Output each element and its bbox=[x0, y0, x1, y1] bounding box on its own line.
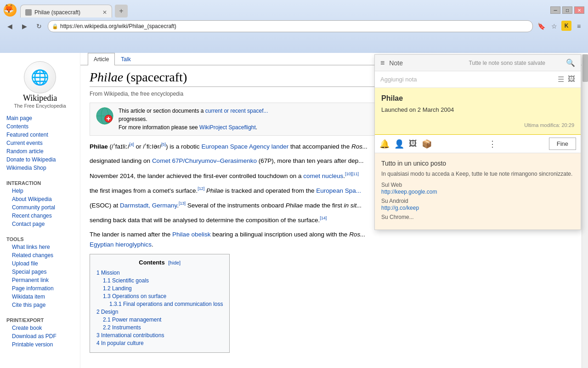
keep-extension-button[interactable]: K bbox=[561, 21, 571, 31]
address-bar[interactable]: 🔒 https://en.wikipedia.org/wiki/Philae_(… bbox=[48, 20, 533, 32]
notice-more-link[interactable]: WikiProject Spaceflight bbox=[199, 124, 256, 131]
sidebar-item-featured[interactable]: Featured content bbox=[6, 131, 74, 139]
keep-menu-icon[interactable]: ≡ bbox=[380, 59, 384, 67]
forward-button[interactable]: ▶ bbox=[18, 20, 30, 32]
sidebar-item-random[interactable]: Random article bbox=[6, 147, 74, 155]
sidebar-print: Print/export Create book Download as PDF… bbox=[0, 312, 80, 351]
keep-android-link[interactable]: http://g.co/keep bbox=[381, 205, 419, 211]
sidebar-item-help[interactable]: Help bbox=[6, 187, 74, 195]
sidebar-item-contact[interactable]: Contact page bbox=[6, 220, 74, 228]
keep-note-actions: 🔔 👤 🖼 📦 ⋮ Fine bbox=[375, 134, 581, 153]
sidebar-item-donate[interactable]: Donate to Wikipedia bbox=[6, 155, 74, 164]
toc-item-1-1: 1.1 Scientific goals bbox=[96, 277, 223, 284]
back-button[interactable]: ◀ bbox=[4, 20, 16, 32]
keep-add-placeholder[interactable]: Aggiungi nota bbox=[380, 76, 558, 83]
keep-note: Philae Launched on 2 March 2004 Ultima m… bbox=[375, 88, 581, 134]
print-heading: Print/export bbox=[6, 317, 74, 323]
sidebar-item-recent-changes[interactable]: Recent changes bbox=[6, 212, 74, 220]
wiki-tagline: The Free Encyclopedia bbox=[0, 103, 80, 109]
article-title-italic: Philae bbox=[90, 70, 123, 84]
tab-talk[interactable]: Talk bbox=[115, 53, 136, 65]
sidebar-item-download-pdf[interactable]: Download as PDF bbox=[6, 332, 74, 340]
keep-android-label: Su Android bbox=[381, 198, 574, 204]
sidebar-tools: Tools What links here Related changes Up… bbox=[0, 231, 80, 312]
sidebar-item-permanent[interactable]: Permanent link bbox=[6, 276, 74, 284]
minimize-button[interactable]: ─ bbox=[550, 6, 560, 14]
link-darmstadt[interactable]: Darmstadt, Germany bbox=[120, 201, 177, 208]
extension-icon[interactable]: 🔖 bbox=[536, 21, 547, 32]
philae-bold: Philae bbox=[90, 143, 108, 150]
toc-item-1: 1 Mission bbox=[96, 270, 223, 276]
link-esoc-text[interactable]: European Spa... bbox=[316, 187, 361, 194]
maximize-button[interactable]: □ bbox=[562, 6, 572, 14]
sidebar-item-what-links[interactable]: What links here bbox=[6, 243, 74, 251]
toc-link-1-2[interactable]: 1.2 Landing bbox=[103, 285, 132, 292]
sidebar-item-current-events[interactable]: Current events bbox=[6, 139, 74, 147]
keep-web-link[interactable]: http://keep.google.com bbox=[381, 189, 437, 195]
sidebar-item-create-book[interactable]: Create book bbox=[6, 324, 74, 332]
link-nucleus[interactable]: comet nucleus bbox=[303, 172, 343, 179]
keep-note-title: Philae bbox=[381, 94, 574, 103]
close-button[interactable]: ✕ bbox=[574, 6, 584, 14]
toc-link-1[interactable]: 1 Mission bbox=[96, 270, 120, 276]
in-situ-italic: in sit... bbox=[344, 201, 362, 208]
keep-fine-button[interactable]: Fine bbox=[549, 138, 576, 150]
keep-list-icon[interactable]: ☰ bbox=[558, 75, 564, 84]
refresh-button[interactable]: ↻ bbox=[33, 20, 45, 32]
keep-more-icon[interactable]: ⋮ bbox=[488, 139, 497, 149]
link-hieroglyphics[interactable]: Egyptian hieroglyphics bbox=[90, 241, 152, 248]
link-lander[interactable]: lander bbox=[271, 143, 289, 150]
rosetta-italic: Ros... bbox=[351, 143, 368, 150]
menu-button[interactable]: ≡ bbox=[573, 21, 584, 32]
sidebar-item-page-info[interactable]: Page information bbox=[6, 284, 74, 293]
sidebar-item-main-page[interactable]: Main page bbox=[6, 114, 74, 122]
sidebar-item-related-changes[interactable]: Related changes bbox=[6, 251, 74, 259]
sidebar-item-upload[interactable]: Upload file bbox=[6, 259, 74, 268]
toc-link-2-2[interactable]: 2.2 Instruments bbox=[103, 324, 141, 331]
sidebar-item-contents[interactable]: Contents bbox=[6, 122, 74, 131]
philae-italic2: Philae bbox=[286, 201, 303, 208]
keep-image-icon[interactable]: 🖼 bbox=[568, 75, 575, 84]
toc-link-3[interactable]: 3 International contributions bbox=[96, 332, 164, 339]
sidebar-item-about[interactable]: About Wikipedia bbox=[6, 195, 74, 203]
active-tab[interactable]: Philae (spacecraft) ✕ bbox=[20, 5, 112, 17]
window-controls: ─ □ ✕ bbox=[550, 6, 584, 14]
toc-link-4[interactable]: 4 In popular culture bbox=[96, 340, 144, 346]
toc-link-2[interactable]: 2 Design bbox=[96, 309, 118, 315]
sidebar-item-wikimedia-shop[interactable]: Wikimedia Shop bbox=[6, 164, 74, 172]
keep-add-area: Aggiungi nota ☰ 🖼 bbox=[375, 71, 581, 88]
scrollbar-track bbox=[582, 54, 588, 368]
keep-title: Note bbox=[389, 59, 448, 67]
keep-archive-icon[interactable]: 📦 bbox=[422, 139, 432, 149]
link-comet[interactable]: Comet 67P/Churyumov–Gerasimenko bbox=[152, 157, 257, 164]
tab-close-button[interactable]: ✕ bbox=[102, 9, 107, 16]
sidebar-item-cite[interactable]: Cite this page bbox=[6, 301, 74, 309]
toc-link-1-3-1[interactable]: 1.3.1 Final operations and communication… bbox=[109, 301, 223, 307]
notice-link[interactable]: current or recent spacef... bbox=[205, 108, 268, 114]
sidebar-item-community[interactable]: Community portal bbox=[6, 203, 74, 212]
keep-collaborator-icon[interactable]: 👤 bbox=[394, 139, 404, 149]
keep-promo-body: In qualsiasi modo tu acceda a Keep, tutt… bbox=[381, 171, 574, 177]
keep-search-icon[interactable]: 🔍 bbox=[566, 58, 575, 67]
new-tab-button[interactable]: + bbox=[115, 5, 128, 17]
link-esa[interactable]: European Space Agency bbox=[201, 143, 270, 150]
nav-actions: 🔖 ☆ K ≡ bbox=[536, 21, 584, 32]
keep-image-attach-icon[interactable]: 🖼 bbox=[409, 139, 417, 149]
keep-header: ≡ Note Tutte le note sono state salvate … bbox=[375, 55, 581, 71]
sidebar-item-printable[interactable]: Printable version bbox=[6, 340, 74, 349]
notice-text: This article or section documents a curr… bbox=[119, 107, 268, 132]
toc-item-2-2: 2.2 Instruments bbox=[96, 324, 223, 331]
toc-link-1-1[interactable]: 1.1 Scientific goals bbox=[103, 277, 149, 284]
sidebar-item-wikidata[interactable]: Wikidata item bbox=[6, 293, 74, 301]
keep-note-body: Launched on 2 March 2004 bbox=[381, 106, 574, 113]
keep-remind-icon[interactable]: 🔔 bbox=[379, 139, 390, 149]
toc-link-1-3[interactable]: 1.3 Operations on surface bbox=[103, 293, 166, 299]
toc-item-2: 2 Design bbox=[96, 309, 223, 315]
star-button[interactable]: ☆ bbox=[548, 21, 560, 32]
scrollbar-thumb[interactable] bbox=[582, 54, 588, 82]
contents-hide-link[interactable]: [hide] bbox=[168, 260, 181, 265]
sidebar-item-special[interactable]: Special pages bbox=[6, 268, 74, 276]
tab-article[interactable]: Article bbox=[88, 53, 115, 65]
toc-link-2-1[interactable]: 2.1 Power management bbox=[103, 316, 161, 323]
link-philae-obelisk[interactable]: Philae obelisk bbox=[172, 231, 210, 238]
